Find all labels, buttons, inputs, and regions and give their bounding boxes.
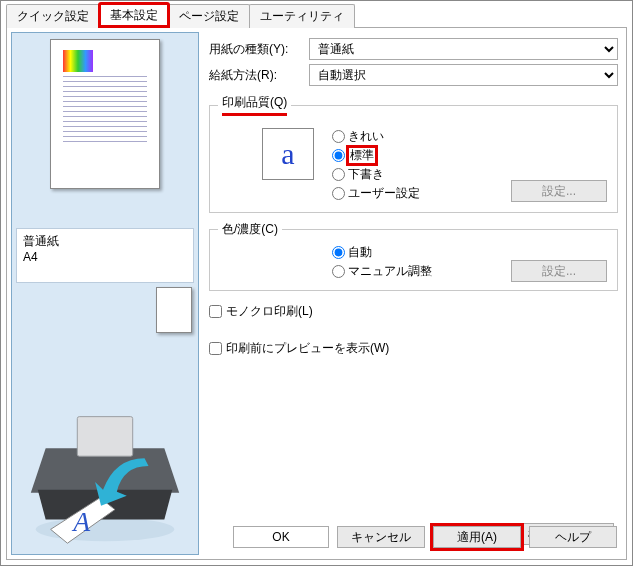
quality-custom-radio[interactable]: ユーザー設定	[332, 185, 420, 202]
quality-draft-label: 下書き	[348, 166, 384, 183]
tab-quick[interactable]: クイック設定	[6, 4, 100, 28]
quality-standard-label: 標準	[348, 147, 376, 164]
info-media: 普通紙	[23, 233, 187, 250]
ok-button[interactable]: OK	[233, 526, 329, 548]
grayscale-label: モノクロ印刷(L)	[226, 303, 313, 320]
color-swatch-icon	[63, 50, 93, 72]
apply-button[interactable]: 適用(A)	[433, 526, 521, 548]
quality-custom-label: ユーザー設定	[348, 185, 420, 202]
tab-page[interactable]: ページ設定	[168, 4, 250, 28]
color-manual-label: マニュアル調整	[348, 263, 432, 280]
mini-page-icon	[156, 287, 192, 333]
grayscale-checkbox[interactable]	[209, 305, 222, 318]
color-legend: 色/濃度(C)	[218, 221, 282, 238]
quality-legend: 印刷品質(Q)	[222, 94, 287, 116]
color-settings-button[interactable]: 設定...	[511, 260, 607, 282]
quality-high-radio[interactable]: きれい	[332, 128, 420, 145]
dialog-footer: OK キャンセル 適用(A) ヘルプ	[233, 526, 617, 548]
quality-draft-radio[interactable]: 下書き	[332, 166, 420, 183]
page-preview	[50, 39, 160, 189]
paper-source-label: 給紙方法(R):	[209, 67, 309, 84]
quality-high-label: きれい	[348, 128, 384, 145]
printer-icon: A	[16, 398, 194, 548]
media-type-select[interactable]: 普通紙	[309, 38, 618, 60]
quality-preview-icon: a	[262, 128, 314, 180]
help-button[interactable]: ヘルプ	[529, 526, 617, 548]
media-type-label: 用紙の種類(Y):	[209, 41, 309, 58]
svg-text:A: A	[71, 506, 90, 537]
preview-info: 普通紙 A4	[16, 228, 194, 283]
info-size: A4	[23, 250, 187, 264]
cancel-button[interactable]: キャンセル	[337, 526, 425, 548]
color-auto-label: 自動	[348, 244, 372, 261]
preview-before-checkbox[interactable]	[209, 342, 222, 355]
color-manual-radio[interactable]: マニュアル調整	[332, 263, 432, 280]
quality-settings-button[interactable]: 設定...	[511, 180, 607, 202]
color-group: 色/濃度(C) 自動 マニュアル調整 設定...	[209, 221, 618, 291]
preview-panel: 普通紙 A4 A	[11, 32, 199, 555]
tab-utility[interactable]: ユーティリティ	[249, 4, 355, 28]
quality-group: 印刷品質(Q) a きれい 標準 下書き ユー	[209, 94, 618, 213]
tab-basic[interactable]: 基本設定	[99, 3, 169, 27]
preview-before-label: 印刷前にプレビューを表示(W)	[226, 340, 389, 357]
tab-bar: クイック設定 基本設定 ページ設定 ユーティリティ	[6, 6, 627, 28]
paper-source-select[interactable]: 自動選択	[309, 64, 618, 86]
color-auto-radio[interactable]: 自動	[332, 244, 432, 261]
svg-rect-1	[77, 417, 132, 457]
quality-standard-radio[interactable]: 標準	[332, 147, 420, 164]
